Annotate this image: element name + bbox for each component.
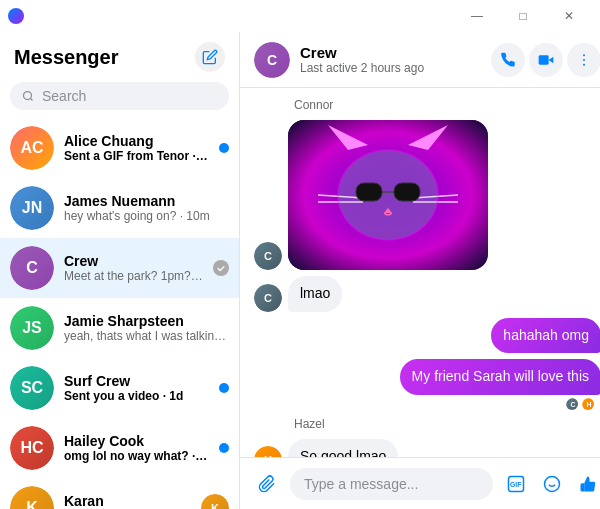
sender-label-hazel: Hazel (294, 417, 600, 431)
avatar-initials: AC (10, 126, 54, 170)
message-hahahah: hahahah omg (254, 318, 600, 354)
conv-item-karan[interactable]: K Karan heh no · 1d K (0, 478, 239, 509)
avatar-crew: C (10, 246, 54, 290)
phone-icon (500, 52, 516, 68)
conv-item-james[interactable]: JN James Nuemann hey what's going on? · … (0, 178, 239, 238)
bubble-sarah: My friend Sarah will love this (400, 359, 600, 395)
conv-info: James Nuemann hey what's going on? · 10m (64, 193, 229, 223)
sender-label-connor: Connor (294, 98, 600, 112)
emoji-button[interactable] (535, 467, 569, 501)
svg-rect-2 (539, 55, 549, 64)
chat-header-avatar: C (254, 42, 290, 78)
cat-image-svg (288, 120, 488, 270)
svg-rect-14 (356, 183, 382, 201)
conversation-list: AC Alice Chuang Sent a GIF from Tenor · … (0, 118, 239, 509)
avatar-initials: SC (10, 366, 54, 410)
conv-info: Crew Meet at the park? 1pm? · 14m (64, 253, 203, 283)
minimize-button[interactable]: — (454, 0, 500, 32)
search-input[interactable] (42, 88, 217, 104)
svg-rect-15 (394, 183, 420, 201)
avatar-surf: SC (10, 366, 54, 410)
message-sarah-group: My friend Sarah will love this C H (254, 359, 600, 411)
avatar-initials: JN (10, 186, 54, 230)
search-container (0, 78, 239, 118)
avatar-connor-small: C (254, 284, 282, 312)
gif-button[interactable]: GIF (499, 467, 533, 501)
conv-name: Alice Chuang (64, 133, 209, 149)
svg-marker-1 (549, 56, 554, 63)
avatar-initials: K (10, 486, 54, 509)
bubble-lmao: lmao (288, 276, 342, 312)
unread-indicator (219, 143, 229, 153)
svg-point-4 (583, 59, 585, 61)
compose-icon (202, 49, 218, 65)
conv-info: Jamie Sharpsteen yeah, thats what I was … (64, 313, 229, 343)
conv-preview: Sent you a video · 1d (64, 389, 209, 403)
maximize-button[interactable]: □ (500, 0, 546, 32)
attachment-button[interactable] (250, 467, 284, 501)
gif-icon: GIF (507, 475, 525, 493)
input-bar: GIF (240, 457, 600, 509)
more-icon (576, 52, 592, 68)
video-button[interactable] (529, 43, 563, 77)
input-right-buttons: GIF (499, 467, 600, 501)
search-icon (22, 89, 34, 103)
avatar-karan: K (10, 486, 54, 509)
check-icon (216, 263, 226, 273)
conv-info: Karan heh no · 1d (64, 493, 191, 509)
conv-preview: omg lol no way what? · 1d (64, 449, 209, 463)
sidebar-header: Messenger (0, 32, 239, 78)
avatar-connor: C (254, 242, 282, 270)
bubble-hahahah: hahahah omg (491, 318, 600, 354)
chat-header-name: Crew (300, 44, 481, 61)
avatar-hailey: HC (10, 426, 54, 470)
avatar-initials: JS (10, 306, 54, 350)
like-button[interactable] (571, 467, 600, 501)
message-sarah: My friend Sarah will love this (400, 359, 600, 395)
conv-name: Crew (64, 253, 203, 269)
conv-item-crew[interactable]: C Crew Meet at the park? 1pm? · 14m (0, 238, 239, 298)
conv-preview: yeah, thats what I was talking a... · 4h (64, 329, 229, 343)
chat-area: C Crew Last active 2 hours ago (240, 32, 600, 509)
conv-item-hailey[interactable]: HC Hailey Cook omg lol no way what? · 1d (0, 418, 239, 478)
cat-image-bubble (288, 120, 488, 270)
svg-point-21 (545, 476, 560, 491)
chat-header-status: Last active 2 hours ago (300, 61, 481, 75)
avatar-jamie: JS (10, 306, 54, 350)
reaction-avatar-1: C (565, 397, 579, 411)
conv-item-surf[interactable]: SC Surf Crew Sent you a video · 1d (0, 358, 239, 418)
conv-preview: hey what's going on? · 10m (64, 209, 229, 223)
message-sogood: H So good lmao (254, 439, 600, 457)
svg-point-3 (583, 54, 585, 56)
titlebar-left (8, 8, 24, 24)
read-indicator (213, 260, 229, 276)
unread-indicator (219, 443, 229, 453)
conv-info: Hailey Cook omg lol no way what? · 1d (64, 433, 209, 463)
bubble-sogood: So good lmao (288, 439, 398, 457)
video-icon (538, 52, 554, 68)
close-button[interactable]: ✕ (546, 0, 592, 32)
avatar-initials: HC (10, 426, 54, 470)
app-icon (8, 8, 24, 24)
conv-name: Hailey Cook (64, 433, 209, 449)
reaction-avatar-2: H (581, 397, 595, 411)
messages-area: Connor C (240, 88, 600, 457)
conv-item-alice[interactable]: AC Alice Chuang Sent a GIF from Tenor · … (0, 118, 239, 178)
thumbs-up-icon (579, 475, 597, 493)
search-box[interactable] (10, 82, 229, 110)
compose-button[interactable] (195, 42, 225, 72)
conv-name: James Nuemann (64, 193, 229, 209)
titlebar-controls: — □ ✕ (454, 0, 592, 32)
svg-point-0 (24, 92, 32, 100)
sidebar-title: Messenger (14, 46, 119, 69)
avatar-initials: C (10, 246, 54, 290)
chat-header-info: Crew Last active 2 hours ago (300, 44, 481, 75)
conv-item-jamie[interactable]: JS Jamie Sharpsteen yeah, thats what I w… (0, 298, 239, 358)
more-button[interactable] (567, 43, 600, 77)
emoji-icon (543, 475, 561, 493)
conv-preview: Sent a GIF from Tenor · Now (64, 149, 209, 163)
sidebar: Messenger AC (0, 32, 240, 509)
svg-point-5 (583, 63, 585, 65)
phone-button[interactable] (491, 43, 525, 77)
message-input[interactable] (290, 468, 493, 500)
